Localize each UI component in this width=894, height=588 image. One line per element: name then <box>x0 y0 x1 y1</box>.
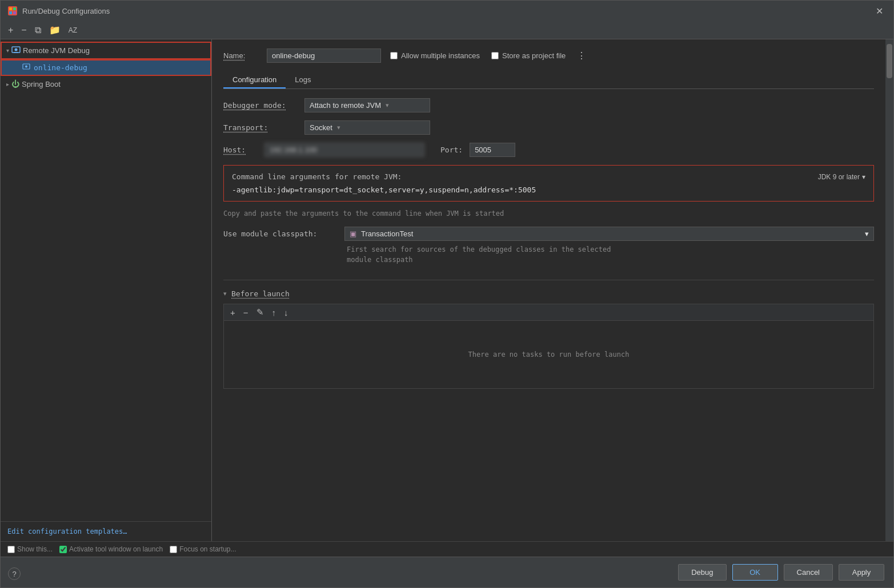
sidebar-item-online-debug[interactable]: online-debug <box>1 59 211 76</box>
sort-button[interactable]: AZ <box>66 25 80 35</box>
name-row: Name: online-debug Allow multiple instan… <box>223 49 874 63</box>
debugger-mode-value: Attach to remote JVM <box>310 101 381 110</box>
add-configuration-button[interactable]: + <box>5 24 16 37</box>
command-line-value: -agentlib:jdwp=transport=dt_socket,serve… <box>232 186 865 194</box>
svg-rect-2 <box>13 7 16 10</box>
allow-multiple-checkbox[interactable] <box>390 52 398 59</box>
host-port-row: Host: Port: <box>223 143 874 157</box>
toolbar: + − ⧉ 📁 AZ <box>1 21 893 39</box>
show-this-label: Show this... <box>17 545 53 553</box>
before-launch-remove-button[interactable]: − <box>242 307 250 318</box>
jdk-selector-label: JDK 9 or later <box>818 173 860 181</box>
sidebar-item-remote-jvm-debug[interactable]: ▾ Remote JVM Debug <box>1 42 211 59</box>
store-as-project-label: Store as project file <box>502 51 566 60</box>
module-classpath-select[interactable]: ▣ TransactionTest ▾ <box>344 227 874 241</box>
dialog-footer: Debug OK Cancel Apply <box>1 557 893 587</box>
allow-multiple-checkbox-item[interactable]: Allow multiple instances <box>390 51 480 60</box>
help-button[interactable]: ? <box>8 567 21 580</box>
store-as-project-checkbox-item[interactable]: Store as project file <box>491 51 566 60</box>
online-debug-icon <box>22 63 30 73</box>
activate-on-launch-label: Activate tool window on launch <box>69 545 163 553</box>
ok-button[interactable]: OK <box>732 564 778 581</box>
config-panel: Name: online-debug Allow multiple instan… <box>212 39 885 541</box>
chevron-down-icon: ▾ <box>6 47 9 54</box>
debugger-mode-chevron: ▾ <box>386 102 389 109</box>
debug-button[interactable]: Debug <box>678 564 726 581</box>
before-launch-add-button[interactable]: + <box>228 307 237 318</box>
store-as-project-checkbox[interactable] <box>491 52 499 59</box>
svg-rect-1 <box>9 7 12 10</box>
name-label: Name: <box>223 51 258 60</box>
host-input[interactable] <box>264 143 424 157</box>
transport-select[interactable]: Socket ▾ <box>304 120 430 135</box>
sidebar-group-label: Remote JVM Debug <box>23 46 90 55</box>
activate-on-launch-checkbox-item[interactable]: Activate tool window on launch <box>59 545 163 553</box>
section-divider <box>223 280 874 280</box>
module-hint: First search for sources of the debugged… <box>347 244 874 265</box>
checkbox-group: Allow multiple instances Store as projec… <box>390 50 874 61</box>
dialog-title: Run/Debug Configurations <box>22 7 872 15</box>
focus-on-startup-checkbox[interactable] <box>170 546 177 553</box>
jdk-selector-chevron: ▾ <box>862 173 865 181</box>
module-chevron: ▾ <box>865 229 869 238</box>
chevron-right-icon: ▸ <box>6 81 9 87</box>
spring-boot-label: Spring Boot <box>22 80 61 88</box>
focus-on-startup-label: Focus on startup... <box>179 545 236 553</box>
tab-configuration[interactable]: Configuration <box>223 72 286 88</box>
add-folder-button[interactable]: 📁 <box>46 23 63 37</box>
apply-button[interactable]: Apply <box>839 564 884 581</box>
module-classpath-label: Use module classpath: <box>223 229 338 238</box>
debugger-mode-row: Debugger mode: Attach to remote JVM ▾ <box>223 98 874 112</box>
command-line-box: Command line arguments for remote JVM: J… <box>223 165 874 202</box>
allow-multiple-label: Allow multiple instances <box>401 51 480 60</box>
before-launch-edit-button[interactable]: ✎ <box>255 307 266 318</box>
debugger-mode-select[interactable]: Attach to remote JVM ▾ <box>304 98 430 112</box>
sidebar: ▾ Remote JVM Debug <box>1 39 212 541</box>
bottom-strip: Show this... Activate tool window on lau… <box>1 541 893 557</box>
tabs: Configuration Logs <box>223 72 874 89</box>
module-icon: ▣ <box>350 229 356 238</box>
more-options-button[interactable]: ⋮ <box>577 50 586 61</box>
scrollbar[interactable] <box>885 39 893 541</box>
app-icon <box>7 6 18 16</box>
show-this-checkbox[interactable] <box>7 546 15 553</box>
show-this-checkbox-item[interactable]: Show this... <box>7 545 53 553</box>
svg-rect-4 <box>13 11 16 14</box>
sidebar-group-spring-boot: ▸ ⏻ Spring Boot <box>1 76 211 92</box>
host-label: Host: <box>223 146 258 154</box>
module-value: TransactionTest <box>361 229 413 238</box>
focus-on-startup-checkbox-item[interactable]: Focus on startup... <box>170 545 236 553</box>
remote-jvm-icon <box>11 45 21 56</box>
before-launch-title: Before launch <box>231 289 290 298</box>
command-hint: Copy and paste the arguments to the comm… <box>223 210 874 218</box>
before-launch-down-button[interactable]: ↓ <box>282 307 290 318</box>
port-input[interactable] <box>470 143 515 157</box>
before-launch-up-button[interactable]: ↑ <box>270 307 278 318</box>
tab-logs[interactable]: Logs <box>286 72 320 88</box>
sidebar-list: ▾ Remote JVM Debug <box>1 39 211 521</box>
activate-on-launch-checkbox[interactable] <box>59 546 67 553</box>
transport-value: Socket <box>310 123 332 132</box>
scrollbar-thumb[interactable] <box>887 44 892 78</box>
edit-templates-link[interactable]: Edit configuration templates… <box>1 521 211 541</box>
before-launch-chevron[interactable]: ▾ <box>223 290 227 297</box>
transport-row: Transport: Socket ▾ <box>223 120 874 135</box>
before-launch-list: There are no tasks to run before launch <box>223 320 874 389</box>
before-launch-header: ▾ Before launch <box>223 289 874 298</box>
remove-configuration-button[interactable]: − <box>18 24 29 37</box>
transport-label: Transport: <box>223 123 298 132</box>
no-tasks-label: There are no tasks to run before launch <box>468 351 630 359</box>
title-bar: Run/Debug Configurations ✕ <box>1 1 893 21</box>
module-classpath-row: Use module classpath: ▣ TransactionTest … <box>223 227 874 241</box>
cancel-button[interactable]: Cancel <box>784 564 833 581</box>
svg-rect-3 <box>9 11 12 14</box>
close-button[interactable]: ✕ <box>872 5 887 18</box>
jdk-selector[interactable]: JDK 9 or later ▾ <box>818 173 865 181</box>
before-launch-toolbar: + − ✎ ↑ ↓ <box>223 304 874 320</box>
copy-configuration-button[interactable]: ⧉ <box>32 24 44 37</box>
sidebar-item-spring-boot[interactable]: ▸ ⏻ Spring Boot <box>1 76 211 92</box>
svg-point-6 <box>15 49 18 51</box>
name-input[interactable]: online-debug <box>267 49 381 63</box>
command-box-header: Command line arguments for remote JVM: J… <box>232 172 865 181</box>
debugger-mode-label: Debugger mode: <box>223 101 298 110</box>
